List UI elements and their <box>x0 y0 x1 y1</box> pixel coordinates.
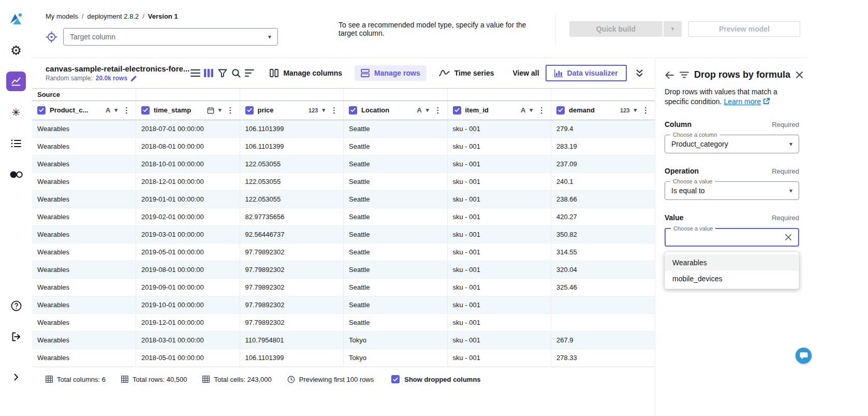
list-icon[interactable] <box>6 134 26 153</box>
expand-sidebar-icon[interactable] <box>6 367 26 387</box>
table-row: Wearables2019-03-01 00:00:0092.56446737S… <box>32 225 655 243</box>
dropdown-option[interactable]: Wearables <box>665 254 799 270</box>
table-cell: 2018-10-01 00:00:00 <box>136 155 240 173</box>
text-type-icon[interactable]: A <box>521 106 525 114</box>
list-view-icon[interactable] <box>189 65 201 81</box>
chat-widget-button[interactable] <box>796 348 812 364</box>
grid-icon <box>46 376 53 383</box>
gear-icon[interactable]: ⚙ <box>6 40 26 60</box>
column-menu-icon[interactable]: ⋮ <box>329 106 339 115</box>
breadcrumb-my-models[interactable]: My models <box>46 12 78 20</box>
column-menu-icon[interactable]: ⋮ <box>226 106 236 115</box>
preview-model-button[interactable]: Preview model <box>688 21 800 37</box>
table-cell: sku - 001 <box>447 190 551 208</box>
dropdown-option[interactable]: mobile_devices <box>665 270 799 286</box>
column-checkbox[interactable] <box>349 106 357 114</box>
table-cell: 122.053055 <box>240 190 344 208</box>
column-caret-icon[interactable]: ▾ <box>634 107 637 113</box>
breadcrumb-deployment[interactable]: deployment 2.8.2 <box>87 12 139 20</box>
footer-stat-label: Previewing first 100 rows <box>299 376 374 383</box>
date-type-icon[interactable] <box>207 107 214 114</box>
quick-build-caret-icon[interactable]: ▾ <box>664 21 682 37</box>
text-type-icon[interactable]: A <box>106 106 110 114</box>
column-caret-icon[interactable]: ▾ <box>426 107 429 113</box>
column-caret-icon[interactable]: ▾ <box>218 107 222 113</box>
grid-view-icon[interactable] <box>203 65 214 81</box>
breadcrumb-separator: / <box>142 12 144 20</box>
column-name: demand <box>569 106 595 114</box>
time-series-button[interactable]: Time series <box>433 65 501 81</box>
footer-stat-label: Total cells: 243,000 <box>214 376 271 383</box>
column-checkbox[interactable] <box>453 106 461 114</box>
table-cell: Wearables <box>32 120 136 137</box>
footer-stat: Total columns: 6 <box>46 376 106 383</box>
table-cell: 97.79892302 <box>240 261 344 278</box>
dataset-toolbar: canvas-sample-retail-electronics-fore...… <box>32 58 655 88</box>
column-select[interactable]: Choose a column Product_category ▾ <box>665 135 799 153</box>
view-all-label: View all <box>513 69 539 77</box>
search-icon[interactable] <box>230 65 242 81</box>
circles-icon[interactable] <box>6 165 26 184</box>
column-menu-icon[interactable]: ⋮ <box>537 106 547 115</box>
column-checkbox[interactable] <box>141 106 150 114</box>
caret-down-icon: ▾ <box>268 34 271 40</box>
logout-icon[interactable] <box>6 327 26 347</box>
sparkle-icon[interactable]: ✳ <box>6 103 26 122</box>
column-checkbox[interactable] <box>37 106 46 114</box>
column-checkbox[interactable] <box>556 106 565 114</box>
table-row: Wearables2018-10-01 00:00:00122.053055Se… <box>32 155 655 173</box>
panel-description: Drop rows with values that match a speci… <box>665 87 799 107</box>
filter-icon[interactable] <box>217 65 228 81</box>
table-row: Wearables2018-03-01 00:00:00110.7954801T… <box>32 331 655 349</box>
sample-size-link[interactable]: 20.0k rows <box>96 75 127 82</box>
breadcrumb: My models / deployment 2.8.2 / Version 1 <box>46 12 308 20</box>
table-cell: 2019-09-01 00:00:00 <box>136 278 240 296</box>
column-menu-icon[interactable]: ⋮ <box>641 106 651 115</box>
learn-more-link[interactable]: Learn more <box>724 97 770 106</box>
manage-rows-button[interactable]: Manage rows <box>355 65 426 81</box>
edit-pencil-icon[interactable] <box>130 75 137 82</box>
table-cell: Wearables <box>32 137 136 155</box>
table-cell: 97.79892302 <box>240 278 344 296</box>
column-caret-icon[interactable]: ▾ <box>322 107 325 113</box>
operation-select[interactable]: Choose a value Is equal to ▾ <box>665 181 799 200</box>
chat-icon <box>800 352 808 360</box>
clear-icon[interactable] <box>785 234 792 241</box>
checked-checkbox-icon[interactable] <box>391 375 400 383</box>
table-cell: sku - 001 <box>447 173 551 190</box>
number-type-icon[interactable]: 123 <box>620 107 629 113</box>
quick-build-label[interactable]: Quick build <box>569 21 663 37</box>
number-type-icon[interactable]: 123 <box>308 107 318 113</box>
drop-rows-panel: Drop rows by formula Drop rows with valu… <box>655 58 807 416</box>
manage-columns-button[interactable]: Manage columns <box>263 65 348 81</box>
help-icon[interactable] <box>6 296 26 315</box>
table-cell: 2018-05-01 00:00:00 <box>136 349 240 366</box>
column-caret-icon[interactable]: ▾ <box>529 107 533 113</box>
analytics-icon[interactable] <box>6 71 26 91</box>
table-cell: sku - 001 <box>447 296 551 313</box>
table-cell: Seattle <box>344 243 448 261</box>
collapse-toolbar-icon[interactable] <box>634 65 645 81</box>
table-cell: 314.55 <box>551 243 655 261</box>
canvas-logo[interactable] <box>6 9 26 29</box>
target-column-select[interactable]: Target column ▾ <box>63 28 278 46</box>
source-tab: Source <box>32 89 136 101</box>
column-header: time_stamp▾⋮ <box>136 101 240 120</box>
breadcrumb-current-version: Version 1 <box>148 12 178 20</box>
back-icon[interactable] <box>665 71 674 79</box>
show-dropped-columns-toggle[interactable]: Show dropped columns <box>391 375 480 383</box>
table-cell: 2019-05-01 00:00:00 <box>136 243 240 261</box>
column-menu-icon[interactable]: ⋮ <box>433 106 443 115</box>
sidebar: ⚙ ✳ <box>0 0 32 416</box>
view-all-button[interactable]: View all <box>507 65 546 81</box>
close-icon[interactable] <box>796 71 803 79</box>
column-checkbox[interactable] <box>245 106 254 114</box>
quick-build-button[interactable]: Quick build ▾ <box>569 21 682 37</box>
table-cell: Seattle <box>344 296 448 313</box>
column-menu-icon[interactable]: ⋮ <box>122 106 131 115</box>
value-input[interactable]: Choose a value <box>665 228 799 247</box>
text-type-icon[interactable]: A <box>417 106 422 114</box>
column-caret-icon[interactable]: ▾ <box>114 107 117 113</box>
data-visualizer-button[interactable]: Data visualizer <box>546 65 627 81</box>
sort-list-icon[interactable] <box>244 65 255 81</box>
